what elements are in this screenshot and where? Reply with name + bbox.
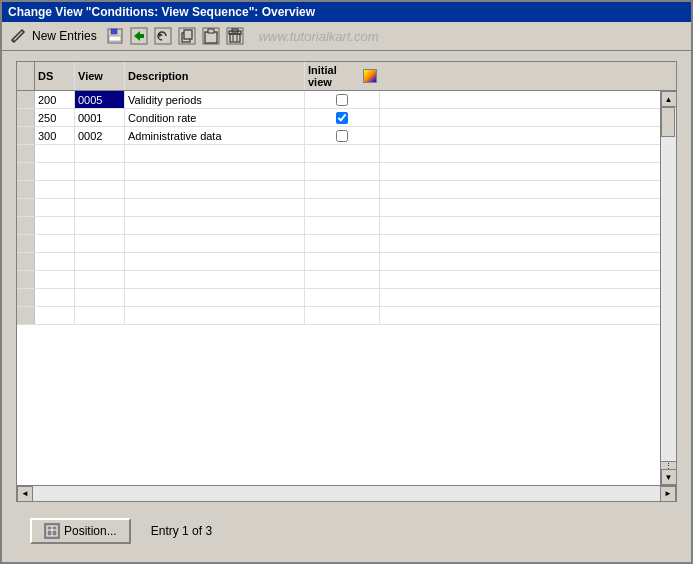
- header-initial-view: Initial view: [305, 62, 380, 90]
- data-table: DS View Description Initial view 200 000…: [16, 61, 677, 502]
- table-row-empty: [17, 145, 660, 163]
- footer-area: Position... Entry 1 of 3: [16, 510, 677, 552]
- svg-rect-12: [184, 30, 192, 39]
- cell-initial-view-3[interactable]: [305, 127, 380, 144]
- checkbox-initial-view-2[interactable]: [336, 112, 348, 124]
- copy-icon[interactable]: [177, 26, 197, 46]
- table-row-empty: [17, 235, 660, 253]
- row-selector-2[interactable]: [17, 109, 35, 126]
- table-row-empty: [17, 217, 660, 235]
- new-entries-label[interactable]: New Entries: [32, 29, 97, 43]
- position-button-label: Position...: [64, 524, 117, 538]
- cell-ds-3: 300: [35, 127, 75, 144]
- paste-icon[interactable]: [201, 26, 221, 46]
- header-description: Description: [125, 62, 305, 90]
- scroll-down-button[interactable]: ▼: [661, 469, 677, 485]
- checkbox-initial-view-1[interactable]: [336, 94, 348, 106]
- row-selector-3[interactable]: [17, 127, 35, 144]
- undo-icon[interactable]: [153, 26, 173, 46]
- hscroll-track[interactable]: [33, 486, 660, 501]
- table-row-empty: [17, 181, 660, 199]
- svg-marker-0: [12, 30, 24, 42]
- scroll-track[interactable]: [661, 107, 676, 461]
- scroll-up-button[interactable]: ▲: [661, 91, 677, 107]
- cell-view-2: 0001: [75, 109, 125, 126]
- row-selector-1[interactable]: [17, 91, 35, 108]
- cell-ds-1: 200: [35, 91, 75, 108]
- table-row-empty: [17, 199, 660, 217]
- window-title: Change View "Conditions: View Sequence":…: [8, 5, 315, 19]
- edit-mode-icon[interactable]: [8, 26, 28, 46]
- table-row[interactable]: 200 0005 Validity periods: [17, 91, 660, 109]
- cell-description-2: Condition rate: [125, 109, 305, 126]
- horizontal-scrollbar[interactable]: ◄ ►: [17, 485, 676, 501]
- position-button[interactable]: Position...: [30, 518, 131, 544]
- table-rows: 200 0005 Validity periods 250 0001 Condi…: [17, 91, 660, 485]
- scroll-grip[interactable]: ⋮: [661, 461, 676, 469]
- save-entries-icon[interactable]: [105, 26, 125, 46]
- entry-info: Entry 1 of 3: [151, 524, 212, 538]
- table-body: 200 0005 Validity periods 250 0001 Condi…: [17, 91, 676, 485]
- table-row-empty: [17, 271, 660, 289]
- cell-description-1: Validity periods: [125, 91, 305, 108]
- cell-initial-view-1[interactable]: [305, 91, 380, 108]
- scroll-left-button[interactable]: ◄: [17, 486, 33, 502]
- cell-ds-2: 250: [35, 109, 75, 126]
- header-selector: [17, 62, 35, 90]
- table-row-empty: [17, 253, 660, 271]
- title-bar: Change View "Conditions: View Sequence":…: [2, 2, 691, 22]
- scroll-thumb[interactable]: [661, 107, 675, 137]
- back-icon[interactable]: [129, 26, 149, 46]
- column-settings-icon[interactable]: [363, 69, 377, 83]
- table-row[interactable]: 300 0002 Administrative data: [17, 127, 660, 145]
- checkbox-initial-view-3[interactable]: [336, 130, 348, 142]
- toolbar: New Entries: [2, 22, 691, 51]
- svg-line-1: [12, 40, 14, 42]
- watermark: www.tutorialkart.com: [259, 29, 379, 44]
- header-view: View: [75, 62, 125, 90]
- cell-description-3: Administrative data: [125, 127, 305, 144]
- table-row-empty: [17, 163, 660, 181]
- header-ds: DS: [35, 62, 75, 90]
- position-icon: [44, 523, 60, 539]
- table-row[interactable]: 250 0001 Condition rate: [17, 109, 660, 127]
- table-row-empty: [17, 307, 660, 325]
- row-selector-e1[interactable]: [17, 145, 35, 162]
- main-window: Change View "Conditions: View Sequence":…: [0, 0, 693, 564]
- content-area: DS View Description Initial view 200 000…: [2, 51, 691, 562]
- svg-rect-4: [109, 36, 121, 41]
- svg-rect-3: [111, 29, 117, 34]
- svg-rect-15: [208, 29, 214, 33]
- cell-view-1: 0005: [75, 91, 125, 108]
- vertical-scrollbar[interactable]: ▲ ⋮ ▼: [660, 91, 676, 485]
- svg-rect-7: [140, 34, 144, 38]
- cell-view-3: 0002: [75, 127, 125, 144]
- delete-icon[interactable]: [225, 26, 245, 46]
- scroll-right-button[interactable]: ►: [660, 486, 676, 502]
- table-header: DS View Description Initial view: [17, 62, 676, 91]
- cell-initial-view-2[interactable]: [305, 109, 380, 126]
- table-row-empty: [17, 289, 660, 307]
